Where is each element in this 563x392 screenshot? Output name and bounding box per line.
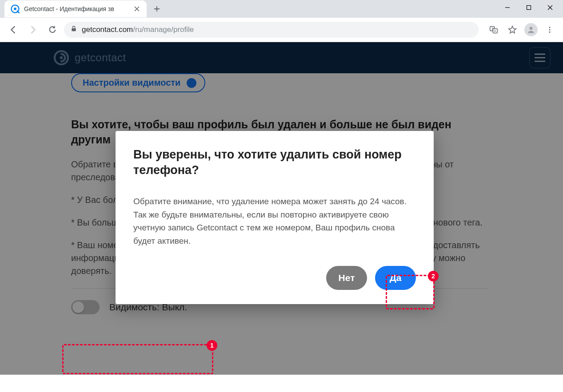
url-text: getcontact.com/ru/manage/profile — [82, 25, 194, 34]
svg-point-8 — [530, 27, 533, 30]
close-icon[interactable] — [133, 5, 140, 12]
url-host: getcontact.com — [82, 25, 133, 34]
new-tab-button[interactable] — [150, 2, 164, 16]
svg-point-1 — [14, 8, 16, 10]
modal-body: Обратите внимание, что удаление номера м… — [133, 195, 416, 247]
maximize-button[interactable] — [519, 0, 539, 15]
forward-button[interactable] — [25, 22, 41, 38]
window-controls — [497, 0, 563, 15]
page-viewport: getcontact Настройки видимости Вы хотите… — [0, 42, 563, 375]
svg-point-9 — [549, 27, 551, 28]
profile-button[interactable] — [523, 22, 539, 38]
modal-title: Вы уверены, что хотите удалить свой номе… — [133, 147, 416, 178]
avatar-icon — [524, 23, 538, 36]
address-bar[interactable]: getcontact.com/ru/manage/profile — [64, 22, 479, 38]
tab-title: Getcontact - Идентификация зв — [24, 5, 129, 12]
browser-chrome: Getcontact - Идентификация зв — [0, 0, 563, 42]
reload-button[interactable] — [44, 22, 60, 38]
url-path: /ru/manage/profile — [133, 25, 194, 34]
translate-button[interactable]: 文A — [486, 22, 502, 38]
svg-rect-2 — [527, 6, 531, 10]
svg-point-11 — [549, 32, 551, 33]
tab-strip: Getcontact - Идентификация зв — [0, 0, 563, 18]
lock-icon — [70, 25, 77, 34]
close-window-button[interactable] — [540, 0, 560, 15]
back-button[interactable] — [5, 22, 21, 38]
modal-actions: Нет Да — [133, 266, 416, 290]
svg-text:A: A — [494, 29, 496, 32]
cancel-button[interactable]: Нет — [326, 266, 367, 290]
bookmark-button[interactable] — [504, 22, 520, 38]
confirm-delete-modal: Вы уверены, что хотите удалить свой номе… — [116, 131, 434, 304]
browser-toolbar: getcontact.com/ru/manage/profile 文A — [0, 18, 563, 42]
browser-menu-button[interactable] — [542, 22, 558, 38]
svg-rect-3 — [72, 28, 76, 32]
favicon-getcontact — [11, 4, 20, 13]
confirm-button[interactable]: Да — [375, 266, 416, 290]
minimize-button[interactable] — [497, 0, 518, 15]
svg-point-10 — [549, 29, 551, 31]
browser-tab[interactable]: Getcontact - Идентификация зв — [4, 0, 147, 17]
